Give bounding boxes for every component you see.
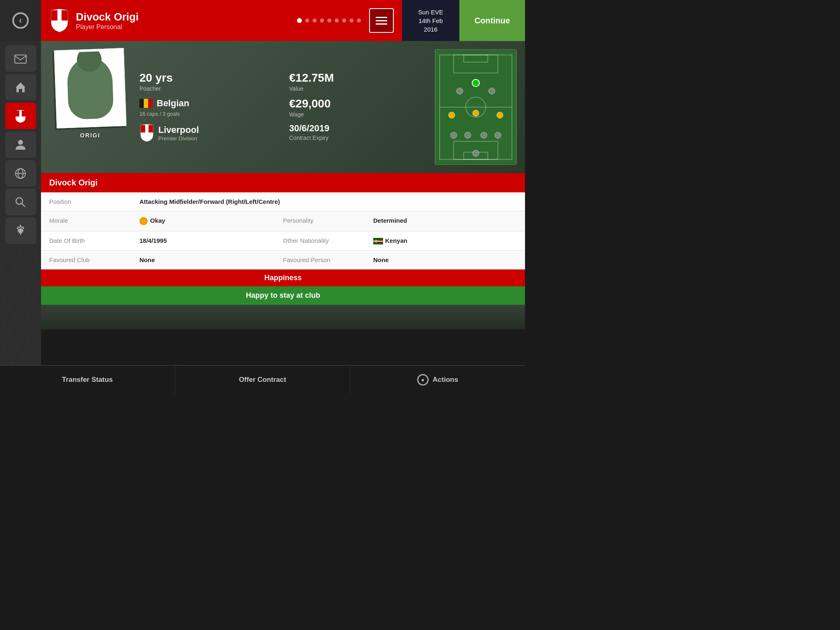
sidebar-item-settings[interactable] bbox=[5, 217, 36, 244]
svg-point-29 bbox=[465, 132, 471, 139]
sidebar-item-globe[interactable] bbox=[5, 160, 36, 187]
svg-point-28 bbox=[450, 132, 457, 139]
other-nat-label: Other Nationality bbox=[283, 237, 373, 244]
svg-point-32 bbox=[448, 112, 455, 119]
player-details: Divock Origi Position Attacking Midfield… bbox=[41, 173, 525, 365]
stat-value: €12.75M Value bbox=[289, 72, 427, 92]
svg-point-36 bbox=[472, 80, 479, 87]
stat-age: 20 yrs Poacher bbox=[139, 72, 277, 92]
stat-row-club-contract: Liverpool Premier Division 30/6/2019 Con… bbox=[139, 124, 427, 142]
player-value: €12.75M bbox=[289, 72, 427, 84]
club-info: Liverpool Premier Division bbox=[158, 125, 199, 142]
offer-contract-label: Offer Contract bbox=[239, 376, 286, 384]
stat-club: Liverpool Premier Division bbox=[139, 124, 277, 142]
actions-label: Actions bbox=[433, 376, 458, 384]
sidebar-item-club[interactable] bbox=[5, 103, 36, 129]
club-name: Liverpool bbox=[158, 125, 199, 135]
sidebar-item-home[interactable] bbox=[5, 74, 36, 100]
wage-label: Wage bbox=[289, 111, 427, 118]
details-header: Divock Origi bbox=[41, 173, 525, 192]
page-dots bbox=[289, 0, 369, 41]
dot-4 bbox=[320, 18, 324, 23]
player-silhouette bbox=[66, 57, 114, 120]
bottom-bar: Transfer Status Offer Contract ● Actions bbox=[0, 365, 525, 394]
player-photo-name: ORIGI bbox=[80, 132, 100, 139]
svg-point-34 bbox=[497, 112, 503, 119]
date-text: Sun EVE 14th Feb 2016 bbox=[418, 8, 443, 34]
fav-club-label: Favoured Club bbox=[49, 256, 139, 263]
player-name-header: Divock Origi bbox=[76, 11, 139, 23]
position-map bbox=[435, 49, 517, 165]
other-nat-value: Kenyan bbox=[373, 237, 517, 244]
value-label: Value bbox=[289, 85, 427, 92]
personality-label: Personality bbox=[283, 217, 373, 225]
continue-label: Continue bbox=[475, 16, 510, 25]
stat-row-nationality-wage: Belgian 16 caps / 3 goals €29,000 Wage bbox=[139, 98, 427, 118]
header-info: Divock Origi Player Personal bbox=[41, 0, 289, 41]
league-name: Premier Division bbox=[158, 135, 199, 142]
svg-point-33 bbox=[472, 110, 479, 116]
svg-rect-13 bbox=[139, 99, 144, 108]
offer-contract-button[interactable]: Offer Contract bbox=[175, 366, 350, 394]
happiness-status: Happy to stay at club bbox=[41, 286, 525, 305]
fav-person-value: None bbox=[373, 256, 517, 263]
club-row: Liverpool Premier Division bbox=[139, 124, 277, 142]
back-button[interactable]: ‹ bbox=[0, 0, 41, 41]
liverpool-badge bbox=[139, 124, 154, 142]
happiness-section: Happiness bbox=[41, 269, 525, 286]
dot-7 bbox=[342, 18, 346, 23]
details-table: Position Attacking Midfielder/Forward (R… bbox=[41, 192, 525, 269]
svg-point-7 bbox=[18, 140, 23, 145]
svg-rect-15 bbox=[148, 99, 153, 108]
dot-9 bbox=[357, 18, 361, 23]
details-player-name: Divock Origi bbox=[49, 178, 517, 187]
nationality-row: Belgian bbox=[139, 98, 277, 109]
stat-row-age-value: 20 yrs Poacher €12.75M Value bbox=[139, 72, 427, 92]
sidebar bbox=[0, 41, 41, 365]
main-layout: ORIGI 20 yrs Poacher €12.75M Value bbox=[0, 41, 525, 365]
svg-rect-40 bbox=[373, 241, 383, 242]
position-row: Position Attacking Midfielder/Forward (R… bbox=[41, 192, 525, 211]
svg-rect-5 bbox=[16, 111, 19, 116]
header-date: Sun EVE 14th Feb 2016 bbox=[402, 0, 459, 41]
happiness-value: Happy to stay at club bbox=[49, 291, 517, 300]
dob-value: 18/4/1995 bbox=[139, 237, 283, 244]
nationality-name: Belgian bbox=[157, 98, 189, 109]
age-value: 20 yrs bbox=[139, 72, 277, 84]
hamburger-icon bbox=[376, 17, 387, 25]
actions-button[interactable]: ● Actions bbox=[350, 366, 525, 394]
transfer-status-button[interactable]: Transfer Status bbox=[0, 366, 175, 394]
position-label: Position bbox=[49, 198, 139, 205]
dot-3 bbox=[313, 18, 317, 23]
morale-label: Morale bbox=[49, 217, 139, 225]
player-photo-area: ORIGI bbox=[49, 49, 131, 165]
sidebar-item-search[interactable] bbox=[5, 189, 36, 215]
stat-wage: €29,000 Wage bbox=[289, 98, 427, 118]
transfer-status-label: Transfer Status bbox=[62, 376, 113, 384]
svg-rect-1 bbox=[51, 10, 57, 21]
dob-row: Date Of Birth 18/4/1995 Other Nationalit… bbox=[41, 231, 525, 251]
menu-button[interactable] bbox=[369, 8, 394, 33]
svg-point-11 bbox=[16, 198, 23, 204]
dot-1 bbox=[297, 18, 302, 23]
dot-5 bbox=[327, 18, 331, 23]
dot-2 bbox=[305, 18, 309, 23]
top-header: ‹ Divock Origi Player Personal bbox=[0, 0, 525, 41]
dob-label: Date Of Birth bbox=[49, 237, 139, 244]
svg-line-12 bbox=[22, 203, 25, 207]
morale-icon bbox=[139, 217, 148, 225]
fav-club-row: Favoured Club None Favoured Person None bbox=[41, 251, 525, 269]
position-label: Poacher bbox=[139, 85, 277, 92]
svg-rect-2 bbox=[62, 10, 68, 21]
svg-point-35 bbox=[457, 88, 463, 94]
fav-person-label: Favoured Person bbox=[283, 256, 373, 263]
sidebar-item-person[interactable] bbox=[5, 131, 36, 158]
wage-value: €29,000 bbox=[289, 98, 427, 110]
fav-club-value: None bbox=[139, 256, 283, 263]
sidebar-item-mail[interactable] bbox=[5, 45, 36, 72]
svg-rect-18 bbox=[148, 125, 153, 132]
stat-contract: 30/6/2019 Contract Expiry bbox=[289, 124, 427, 141]
personality-value: Determined bbox=[373, 217, 517, 225]
continue-button[interactable]: Continue bbox=[459, 0, 525, 41]
morale-row: Morale Okay Personality Determined bbox=[41, 211, 525, 231]
